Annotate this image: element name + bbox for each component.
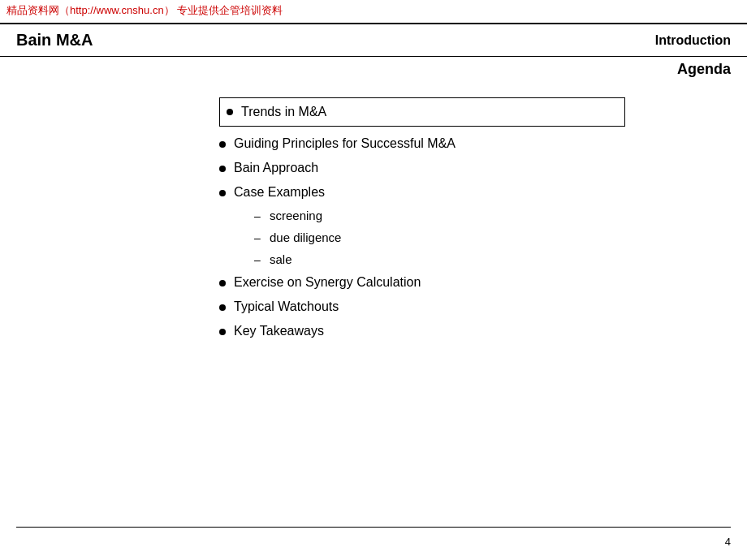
bullet-icon-5 bbox=[219, 280, 226, 286]
agenda-item-text-3: Bain Approach bbox=[234, 161, 318, 175]
agenda-item-text-5: Exercise on Synergy Calculation bbox=[234, 275, 421, 290]
agenda-item-text-7: Key Takeaways bbox=[234, 324, 324, 338]
bullet-icon-4 bbox=[219, 190, 226, 196]
header-section: Introduction bbox=[655, 33, 731, 48]
sub-item-text-1: screening bbox=[270, 209, 322, 222]
agenda-item-text-6: Typical Watchouts bbox=[234, 299, 339, 314]
sub-item-1: – screening bbox=[252, 205, 625, 226]
agenda-item-text-2: Guiding Principles for Successful M&A bbox=[234, 136, 456, 151]
agenda-item-2: Guiding Principles for Successful M&A bbox=[219, 131, 625, 156]
bullet-icon-3 bbox=[219, 166, 226, 172]
bullet-icon-7 bbox=[219, 329, 226, 335]
sub-item-3: – sale bbox=[252, 248, 625, 270]
sub-bullet-icon-1: – bbox=[252, 209, 263, 222]
agenda-item-text-1: Trends in M&A bbox=[241, 105, 326, 119]
sub-item-text-3: sale bbox=[270, 252, 292, 266]
agenda-title: Agenda bbox=[677, 61, 731, 78]
bottom-line bbox=[16, 527, 731, 528]
sub-item-text-2: due diligence bbox=[270, 230, 341, 244]
sub-bullet-icon-2: – bbox=[252, 231, 263, 244]
content-area: Trends in M&A Guiding Principles for Suc… bbox=[219, 97, 625, 343]
sub-items: – screening – due diligence – sale bbox=[252, 205, 625, 270]
agenda-item-5: Exercise on Synergy Calculation bbox=[219, 270, 625, 295]
sub-bullet-icon-3: – bbox=[252, 253, 263, 266]
agenda-item-6: Typical Watchouts bbox=[219, 295, 625, 319]
bullet-icon-6 bbox=[219, 304, 226, 311]
bullet-icon bbox=[227, 109, 233, 115]
agenda-item-4: Case Examples bbox=[219, 180, 625, 205]
watermark-bar: 精品资料网（http://www.cnshu.cn） 专业提供企管培训资料 bbox=[0, 0, 747, 21]
agenda-item-highlighted: Trends in M&A bbox=[219, 97, 625, 127]
header-title: Bain M&A bbox=[16, 31, 93, 50]
sub-item-2: – due diligence bbox=[252, 226, 625, 248]
agenda-item-3: Bain Approach bbox=[219, 156, 625, 180]
header-bar: Bain M&A Introduction bbox=[0, 23, 747, 57]
agenda-item-text-4: Case Examples bbox=[234, 185, 325, 200]
bullet-icon-2 bbox=[219, 141, 226, 148]
agenda-item-7: Key Takeaways bbox=[219, 319, 625, 343]
page-number: 4 bbox=[725, 536, 731, 548]
watermark-text: 精品资料网（http://www.cnshu.cn） 专业提供企管培训资料 bbox=[6, 4, 283, 16]
